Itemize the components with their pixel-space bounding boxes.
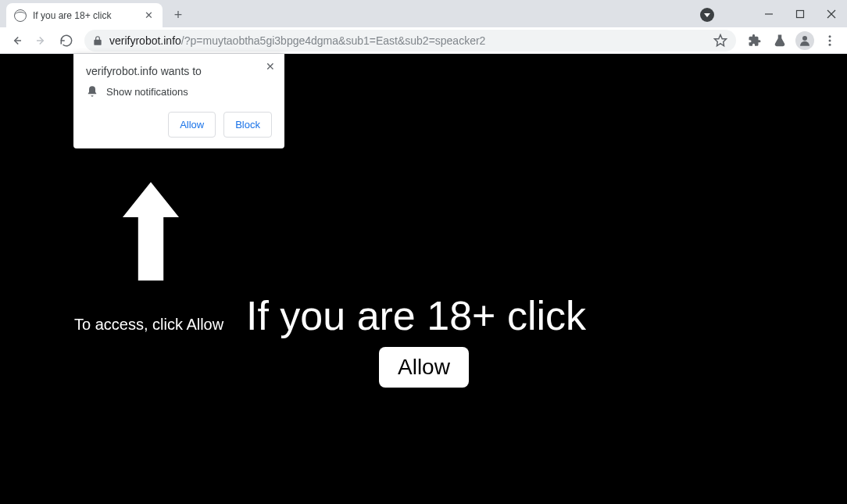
- minimize-button[interactable]: [753, 0, 784, 27]
- account-dropdown-icon[interactable]: [700, 8, 714, 22]
- globe-icon: [14, 9, 27, 22]
- reload-button[interactable]: [55, 29, 78, 52]
- labs-icon[interactable]: [767, 29, 792, 52]
- dialog-close-icon[interactable]: ✕: [263, 59, 278, 74]
- browser-tab[interactable]: If you are 18+ click ✕: [6, 3, 163, 27]
- svg-rect-1: [797, 10, 804, 17]
- svg-marker-6: [715, 34, 727, 45]
- profile-button[interactable]: [792, 29, 817, 52]
- up-arrow-icon: [116, 175, 186, 288]
- svg-point-7: [802, 36, 807, 41]
- back-button[interactable]: [5, 29, 28, 52]
- browser-toolbar: verifyrobot.info/?p=muytaobtha5gi3bpge4d…: [0, 27, 847, 54]
- extensions-icon[interactable]: [742, 29, 767, 52]
- star-icon[interactable]: [713, 29, 728, 52]
- notification-permission-dialog: ✕ verifyrobot.info wants to Show notific…: [73, 54, 284, 148]
- maximize-button[interactable]: [784, 0, 816, 27]
- svg-point-9: [829, 39, 831, 41]
- new-tab-button[interactable]: +: [167, 4, 189, 26]
- window-controls: [753, 0, 847, 27]
- tab-title: If you are 18+ click: [33, 10, 136, 21]
- forward-button[interactable]: [30, 29, 53, 52]
- url-text: verifyrobot.info/?p=muytaobtha5gi3bpge4d…: [109, 34, 485, 47]
- lock-icon: [92, 35, 103, 46]
- address-bar[interactable]: verifyrobot.info/?p=muytaobtha5gi3bpge4d…: [84, 30, 736, 52]
- dialog-block-button[interactable]: Block: [223, 112, 272, 138]
- svg-point-10: [829, 43, 831, 45]
- dialog-allow-button[interactable]: Allow: [168, 112, 216, 138]
- dialog-prompt-text: Show notifications: [106, 86, 188, 98]
- close-tab-icon[interactable]: ✕: [142, 9, 155, 22]
- browser-titlebar: If you are 18+ click ✕ +: [0, 0, 847, 27]
- page-allow-button[interactable]: Allow: [379, 347, 469, 388]
- menu-button[interactable]: [817, 29, 842, 52]
- dialog-title: verifyrobot.info wants to: [86, 65, 272, 77]
- user-icon: [795, 31, 814, 50]
- page-headline: If you are 18+ click: [246, 292, 586, 339]
- svg-point-8: [829, 35, 831, 38]
- close-window-button[interactable]: [816, 0, 847, 27]
- bell-icon: [86, 85, 98, 98]
- access-instruction-text: To access, click Allow: [74, 316, 223, 334]
